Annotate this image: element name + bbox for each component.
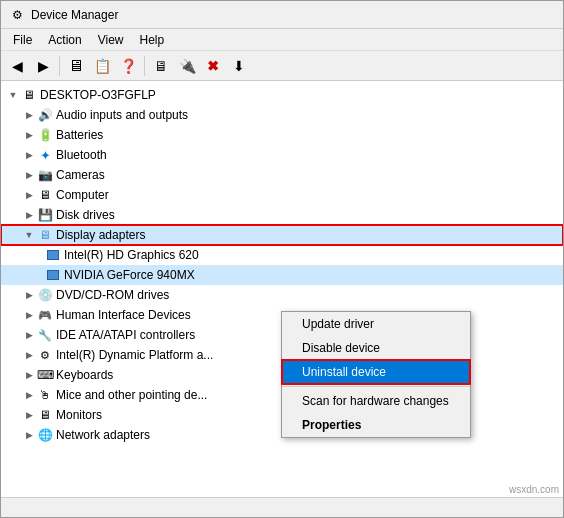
monitors-icon: 🖥 <box>37 407 53 423</box>
menu-file[interactable]: File <box>5 31 40 49</box>
root-arrow[interactable]: ▼ <box>5 87 21 103</box>
ctx-separator <box>282 386 470 387</box>
tree-item-nvidia[interactable]: NVIDIA GeForce 940MX <box>1 265 563 285</box>
network-arrow[interactable]: ▶ <box>21 427 37 443</box>
batteries-arrow[interactable]: ▶ <box>21 127 37 143</box>
properties-btn[interactable]: 📋 <box>90 55 114 77</box>
menu-action[interactable]: Action <box>40 31 89 49</box>
ctx-scan-hardware[interactable]: Scan for hardware changes <box>282 389 470 413</box>
batteries-label: Batteries <box>56 128 103 142</box>
keyboards-arrow[interactable]: ▶ <box>21 367 37 383</box>
ctx-properties[interactable]: Properties <box>282 413 470 437</box>
mice-label: Mice and other pointing de... <box>56 388 207 402</box>
root-computer-icon: 🖥 <box>21 87 37 103</box>
ctx-update-driver[interactable]: Update driver <box>282 312 470 336</box>
disk-label: Disk drives <box>56 208 115 222</box>
status-bar <box>1 497 563 517</box>
context-menu: Update driver Disable device Uninstall d… <box>281 311 471 438</box>
monitors-label: Monitors <box>56 408 102 422</box>
cameras-label: Cameras <box>56 168 105 182</box>
download-btn[interactable]: ⬇ <box>227 55 251 77</box>
hid-arrow[interactable]: ▶ <box>21 307 37 323</box>
tree-item-dvd[interactable]: ▶ 💿 DVD/CD-ROM drives <box>1 285 563 305</box>
display-arrow[interactable]: ▼ <box>21 227 37 243</box>
computer-label: Computer <box>56 188 109 202</box>
hid-label: Human Interface Devices <box>56 308 191 322</box>
bluetooth-icon: ✦ <box>37 147 53 163</box>
title-icon: ⚙ <box>9 7 25 23</box>
tree-root[interactable]: ▼ 🖥 DESKTOP-O3FGFLP <box>1 85 563 105</box>
computer-icon: 🖥 <box>37 187 53 203</box>
display-adapter-icon: 🖥 <box>37 227 53 243</box>
menu-help[interactable]: Help <box>132 31 173 49</box>
cameras-arrow[interactable]: ▶ <box>21 167 37 183</box>
ctx-uninstall-device[interactable]: Uninstall device <box>282 360 470 384</box>
plug-btn[interactable]: 🔌 <box>175 55 199 77</box>
root-label: DESKTOP-O3FGFLP <box>40 88 156 102</box>
device-manager-window: ⚙ Device Manager File Action View Help ◀… <box>0 0 564 518</box>
tree-item-computer[interactable]: ▶ 🖥 Computer <box>1 185 563 205</box>
bluetooth-arrow[interactable]: ▶ <box>21 147 37 163</box>
disk-arrow[interactable]: ▶ <box>21 207 37 223</box>
tree-item-disk[interactable]: ▶ 💾 Disk drives <box>1 205 563 225</box>
content-area: ▼ 🖥 DESKTOP-O3FGFLP ▶ 🔊 Audio inputs and… <box>1 81 563 497</box>
display-label: Display adapters <box>56 228 145 242</box>
mice-icon: 🖱 <box>37 387 53 403</box>
keyboards-label: Keyboards <box>56 368 113 382</box>
batteries-icon: 🔋 <box>37 127 53 143</box>
watermark: wsxdn.com <box>509 484 559 495</box>
keyboards-icon: ⌨ <box>37 367 53 383</box>
bluetooth-label: Bluetooth <box>56 148 107 162</box>
title-bar: ⚙ Device Manager <box>1 1 563 29</box>
network-label: Network adapters <box>56 428 150 442</box>
dvd-arrow[interactable]: ▶ <box>21 287 37 303</box>
nvidia-icon <box>45 267 61 283</box>
computer-icon-btn[interactable]: 🖥 <box>64 55 88 77</box>
dvd-icon: 💿 <box>37 287 53 303</box>
tree-item-intel-hd[interactable]: Intel(R) HD Graphics 620 <box>1 245 563 265</box>
ide-label: IDE ATA/ATAPI controllers <box>56 328 195 342</box>
tree-item-bluetooth[interactable]: ▶ ✦ Bluetooth <box>1 145 563 165</box>
monitors-arrow[interactable]: ▶ <box>21 407 37 423</box>
dvd-label: DVD/CD-ROM drives <box>56 288 169 302</box>
tree-item-cameras[interactable]: ▶ 📷 Cameras <box>1 165 563 185</box>
tree-item-display[interactable]: ▼ 🖥 Display adapters <box>1 225 563 245</box>
ctx-disable-device[interactable]: Disable device <box>282 336 470 360</box>
audio-label: Audio inputs and outputs <box>56 108 188 122</box>
delete-btn[interactable]: ✖ <box>201 55 225 77</box>
mice-arrow[interactable]: ▶ <box>21 387 37 403</box>
menu-bar: File Action View Help <box>1 29 563 51</box>
network-icon: 🌐 <box>37 427 53 443</box>
tree-item-batteries[interactable]: ▶ 🔋 Batteries <box>1 125 563 145</box>
nvidia-label: NVIDIA GeForce 940MX <box>64 268 195 282</box>
cameras-icon: 📷 <box>37 167 53 183</box>
help-btn[interactable]: ❓ <box>116 55 140 77</box>
audio-icon: 🔊 <box>37 107 53 123</box>
toolbar-separator-1 <box>59 56 60 76</box>
toolbar: ◀ ▶ 🖥 📋 ❓ 🖥 🔌 ✖ ⬇ <box>1 51 563 81</box>
intel-hd-icon <box>45 247 61 263</box>
tree-item-audio[interactable]: ▶ 🔊 Audio inputs and outputs <box>1 105 563 125</box>
disk-icon: 💾 <box>37 207 53 223</box>
computer-arrow[interactable]: ▶ <box>21 187 37 203</box>
intel-hd-label: Intel(R) HD Graphics 620 <box>64 248 199 262</box>
intel-dynamic-label: Intel(R) Dynamic Platform a... <box>56 348 213 362</box>
monitor-btn[interactable]: 🖥 <box>149 55 173 77</box>
back-button[interactable]: ◀ <box>5 55 29 77</box>
title-text: Device Manager <box>31 8 118 22</box>
toolbar-separator-2 <box>144 56 145 76</box>
menu-view[interactable]: View <box>90 31 132 49</box>
forward-button[interactable]: ▶ <box>31 55 55 77</box>
audio-arrow[interactable]: ▶ <box>21 107 37 123</box>
ide-arrow[interactable]: ▶ <box>21 327 37 343</box>
ide-icon: 🔧 <box>37 327 53 343</box>
intel-dynamic-icon: ⚙ <box>37 347 53 363</box>
hid-icon: 🎮 <box>37 307 53 323</box>
intel-dynamic-arrow[interactable]: ▶ <box>21 347 37 363</box>
